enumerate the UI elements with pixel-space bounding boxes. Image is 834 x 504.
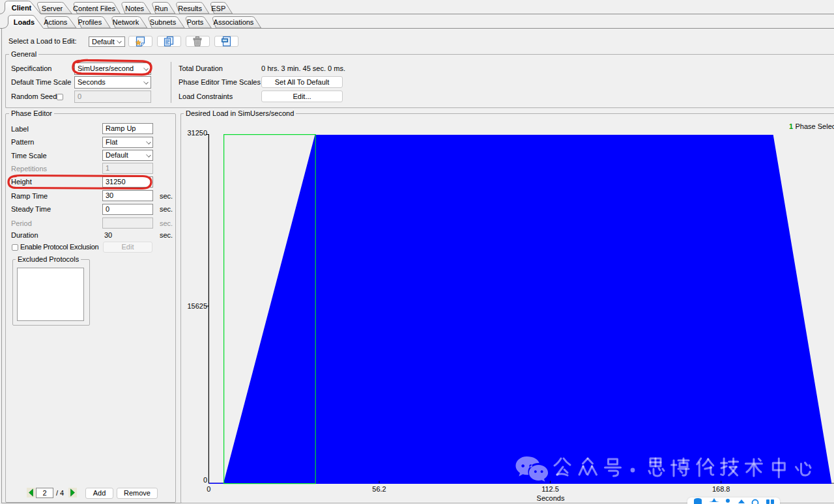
svg-text:Client: Client bbox=[12, 4, 32, 12]
svg-text:Phase Selected: Phase Selected bbox=[796, 122, 834, 130]
svg-text:Associations: Associations bbox=[214, 18, 254, 26]
svg-text:Results: Results bbox=[178, 5, 202, 12]
svg-text:ESP: ESP bbox=[211, 5, 225, 12]
svg-text:0: 0 bbox=[207, 485, 210, 493]
svg-text:15625: 15625 bbox=[187, 302, 207, 310]
svg-text:Actions: Actions bbox=[44, 18, 68, 26]
svg-text:56.2: 56.2 bbox=[372, 485, 386, 493]
svg-text:Server: Server bbox=[42, 5, 63, 12]
svg-text:1: 1 bbox=[789, 122, 793, 130]
svg-text:Subnets: Subnets bbox=[150, 18, 177, 26]
svg-text:Profiles: Profiles bbox=[78, 18, 102, 26]
svg-text:Content Files: Content Files bbox=[73, 5, 115, 12]
svg-text:Network: Network bbox=[113, 18, 139, 26]
svg-text:Ports: Ports bbox=[187, 18, 204, 26]
svg-text:Loads: Loads bbox=[14, 18, 35, 26]
svg-text:Run: Run bbox=[154, 5, 167, 12]
svg-text:31250: 31250 bbox=[187, 129, 207, 137]
svg-text:Notes: Notes bbox=[125, 5, 144, 12]
svg-text:Seconds: Seconds bbox=[537, 494, 565, 502]
svg-text:0: 0 bbox=[203, 476, 207, 484]
